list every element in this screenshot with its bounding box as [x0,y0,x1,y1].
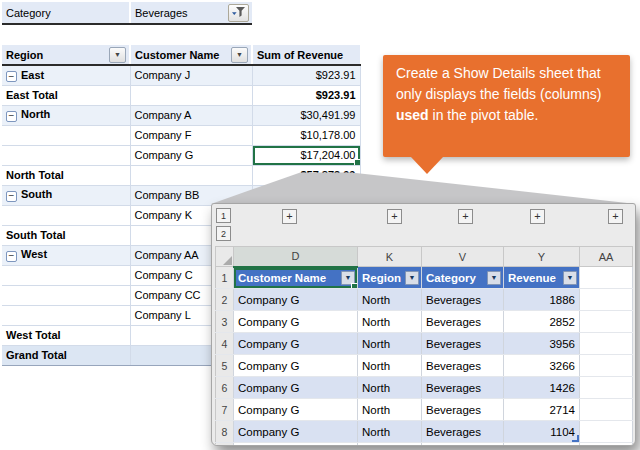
expand-group-button[interactable]: + [458,209,473,224]
sheet-cell-customer[interactable]: Company G [234,311,358,333]
field-header-customer-name[interactable]: Customer Name▼ [234,267,358,289]
sheet-cell-customer[interactable]: Company G [234,421,358,443]
pivot-cell-customer[interactable]: Company G [130,145,252,165]
row-header-7[interactable]: 7 [216,399,234,421]
filter-dropdown-icon[interactable]: ▼ [563,271,577,285]
column-header-V[interactable]: V [422,247,504,267]
outline-level-2-button[interactable]: 2 [216,226,231,241]
column-header-AA[interactable]: AA [580,247,633,267]
empty-cell[interactable] [580,421,633,443]
collapse-icon[interactable]: − [6,251,17,262]
sheet-cell-customer[interactable]: Company G [234,355,358,377]
pivot-filter-value-cell[interactable]: Beverages [130,2,252,24]
pivot-cell-region[interactable] [2,145,130,165]
pivot-cell-region[interactable]: East Total [2,85,130,105]
filter-dropdown-icon[interactable]: ▼ [405,271,419,285]
pivot-cell-region[interactable]: West Total [2,325,130,345]
pivot-cell-customer[interactable] [130,85,252,105]
pivot-cell-region[interactable]: −West [2,245,130,265]
pivot-cell-region[interactable] [2,125,130,145]
empty-cell[interactable] [580,377,633,399]
sheet-cell-revenue[interactable]: 3956 [504,333,580,355]
field-header-category[interactable]: Category▼ [422,267,504,289]
pivot-header-region[interactable]: Region ▼ [2,45,130,65]
column-header-D[interactable]: D [234,247,358,267]
select-all-corner[interactable] [216,247,234,267]
pivot-cell-region[interactable] [2,265,130,285]
pivot-cell-revenue[interactable]: $10,178.00 [252,125,360,145]
filter-dropdown-icon[interactable]: ▼ [487,271,501,285]
sheet-cell-customer[interactable]: Company G [234,333,358,355]
sheet-cell-category[interactable]: Beverages [422,311,504,333]
pivot-cell-revenue[interactable]: $923.91 [252,65,360,85]
customer-dropdown-icon[interactable]: ▼ [231,47,248,63]
sheet-cell-revenue[interactable]: 2714 [504,399,580,421]
outline-level-1-button[interactable]: 1 [216,208,231,223]
sheet-cell-category[interactable]: Beverages [422,289,504,311]
row-header-8[interactable]: 8 [216,421,234,443]
sheet-cell-region[interactable]: North [358,311,422,333]
pivot-cell-region[interactable]: South Total [2,225,130,245]
region-dropdown-icon[interactable]: ▼ [109,47,126,63]
pivot-cell-customer[interactable] [130,165,252,185]
pivot-cell-region[interactable]: −South [2,185,130,205]
empty-cell[interactable] [580,267,633,289]
pivot-header-customer[interactable]: Customer Name ▼ [130,45,252,65]
sheet-cell-region[interactable]: North [358,355,422,377]
expand-group-button[interactable]: + [530,209,545,224]
empty-cell[interactable] [580,399,633,421]
sheet-cell-revenue[interactable]: 1426 [504,377,580,399]
expand-group-button[interactable]: + [387,209,402,224]
sheet-cell-region[interactable]: North [358,421,422,443]
sheet-cell-region[interactable]: North [358,333,422,355]
sheet-cell-customer[interactable]: Company G [234,399,358,421]
sheet-cell-category[interactable]: Beverages [422,377,504,399]
column-header-K[interactable]: K [358,247,422,267]
row-header-5[interactable]: 5 [216,355,234,377]
collapse-icon[interactable]: − [6,111,17,122]
empty-cell[interactable] [580,289,633,311]
field-header-revenue[interactable]: Revenue▼ [504,267,580,289]
row-header-1[interactable]: 1 [216,267,234,289]
sheet-cell-revenue[interactable]: 1886 [504,289,580,311]
pivot-cell-region[interactable] [2,305,130,325]
sheet-cell-customer[interactable]: Company G [234,289,358,311]
field-header-region[interactable]: Region▼ [358,267,422,289]
collapse-icon[interactable]: − [6,71,17,82]
row-header-4[interactable]: 4 [216,333,234,355]
pivot-cell-region[interactable]: Grand Total [2,345,130,365]
sheet-cell-category[interactable]: Beverages [422,355,504,377]
expand-group-button[interactable]: + [608,209,623,224]
empty-cell[interactable] [580,333,633,355]
sheet-cell-customer[interactable]: Company G [234,377,358,399]
expand-group-button[interactable]: + [282,209,297,224]
sheet-cell-revenue[interactable]: 2852 [504,311,580,333]
funnel-filter-icon[interactable] [228,4,249,22]
pivot-cell-region[interactable]: −North [2,105,130,125]
sheet-cell-category[interactable]: Beverages [422,421,504,443]
sheet-cell-revenue[interactable]: 1104 [504,421,580,443]
pivot-cell-revenue[interactable]: $30,491.99 [252,105,360,125]
column-header-Y[interactable]: Y [504,247,580,267]
pivot-cell-region[interactable]: North Total [2,165,130,185]
row-header-6[interactable]: 6 [216,377,234,399]
sheet-cell-category[interactable]: Beverages [422,333,504,355]
empty-cell[interactable] [580,311,633,333]
pivot-cell-revenue[interactable]: $923.91 [252,85,360,105]
sheet-cell-region[interactable]: North [358,289,422,311]
pivot-filter-field[interactable]: Category [2,2,130,24]
pivot-cell-revenue[interactable]: $17,204.00 [252,145,360,165]
empty-cell[interactable] [580,355,633,377]
row-header-2[interactable]: 2 [216,289,234,311]
collapse-icon[interactable]: − [6,191,17,202]
pivot-cell-region[interactable] [2,285,130,305]
pivot-cell-customer[interactable]: Company A [130,105,252,125]
sheet-cell-revenue[interactable]: 3266 [504,355,580,377]
pivot-cell-customer[interactable]: Company J [130,65,252,85]
pivot-cell-region[interactable]: −East [2,65,130,85]
pivot-cell-customer[interactable]: Company F [130,125,252,145]
row-header-3[interactable]: 3 [216,311,234,333]
filter-dropdown-icon[interactable]: ▼ [341,271,355,285]
sheet-cell-category[interactable]: Beverages [422,399,504,421]
sheet-cell-region[interactable]: North [358,399,422,421]
